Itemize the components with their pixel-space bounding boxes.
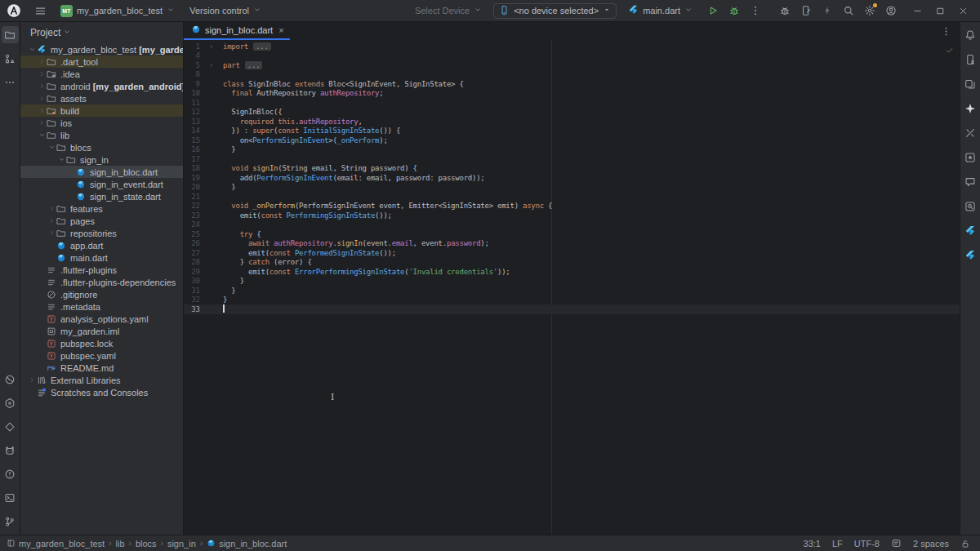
- tree-item-pages[interactable]: pages: [20, 215, 183, 227]
- line-ending[interactable]: LF: [832, 539, 843, 549]
- code-line-27[interactable]: 27 emit(const PerformedSignInState());: [184, 248, 960, 258]
- chevron-collapsed-icon[interactable]: [47, 205, 56, 212]
- code-line-1[interactable]: 1import ...: [184, 42, 960, 51]
- close-icon[interactable]: [954, 2, 972, 20]
- maximize-icon[interactable]: [931, 2, 949, 20]
- minimize-icon[interactable]: [908, 2, 926, 20]
- apply-changes-icon[interactable]: [818, 2, 836, 20]
- more-tool-windows-icon[interactable]: [2, 73, 19, 91]
- code-line-15[interactable]: 15 on<PerformSignInEvent>(_onPerform);: [184, 136, 960, 145]
- chevron-collapsed-icon[interactable]: [27, 376, 37, 384]
- code-line-32[interactable]: 32}: [184, 295, 960, 305]
- chevron-expanded-icon[interactable]: [56, 156, 66, 163]
- dart-analysis-icon[interactable]: [2, 371, 19, 388]
- search-everywhere-icon[interactable]: [840, 2, 858, 20]
- tree-item-sign-in-bloc-dart[interactable]: sign_in_bloc.dart: [20, 166, 183, 178]
- run-more-options-icon[interactable]: [746, 2, 764, 20]
- tree-item--gitignore[interactable]: .gitignore: [20, 288, 183, 300]
- code-line-20[interactable]: 20 }: [184, 183, 960, 193]
- code-line-5[interactable]: 5part ...: [184, 60, 960, 70]
- code-line-30[interactable]: 30 }: [184, 277, 960, 287]
- code-line-24[interactable]: 24: [184, 220, 960, 230]
- chevron-collapsed-icon[interactable]: [37, 58, 47, 65]
- tree-item-build[interactable]: build: [20, 104, 183, 117]
- tree-item--dart-tool[interactable]: .dart_tool: [20, 56, 183, 68]
- code-line-11[interactable]: 11: [184, 98, 960, 108]
- app-quality-insights-icon[interactable]: [2, 394, 19, 411]
- tree-item--metadata[interactable]: .metadata: [20, 300, 183, 313]
- account-icon[interactable]: [882, 2, 900, 20]
- tree-item-repositories[interactable]: repositories: [20, 227, 183, 239]
- code-line-14[interactable]: 14 }) : super(const InitialSignInState()…: [184, 127, 960, 136]
- flutter-performance-icon[interactable]: [2, 418, 19, 435]
- file-encoding[interactable]: UTF-8: [854, 539, 880, 549]
- tree-item-sign-in[interactable]: sign_in: [20, 153, 183, 166]
- tree-item--idea[interactable]: .idea: [20, 68, 183, 80]
- version-control-widget[interactable]: Version control: [186, 4, 265, 17]
- code-line-29[interactable]: 29 emit(const ErrorPerformingSignInState…: [184, 267, 960, 277]
- tree-item-my-garden-iml[interactable]: my_garden.iml: [20, 325, 183, 337]
- code-line-18[interactable]: 18 void signIn(String email, String pass…: [184, 164, 960, 174]
- running-devices-icon[interactable]: [962, 75, 979, 92]
- problems-icon[interactable]: [2, 465, 19, 482]
- code-line-10[interactable]: 10 final AuthRepository authRepository;: [184, 89, 960, 99]
- chevron-expanded-icon[interactable]: [37, 131, 47, 139]
- android-studio-logo-icon[interactable]: [5, 2, 23, 20]
- app-inspection-icon[interactable]: [962, 124, 979, 141]
- tree-item-main-dart[interactable]: main.dart: [20, 251, 183, 264]
- code-line-21[interactable]: 21: [184, 192, 960, 202]
- project-icon[interactable]: [2, 26, 19, 43]
- tab-sign-in-bloc[interactable]: sign_in_bloc.dart ×: [184, 22, 290, 40]
- device-manager-icon[interactable]: [962, 51, 979, 68]
- fold-collapsed-icon[interactable]: [200, 62, 223, 69]
- whats-new-icon[interactable]: [962, 149, 979, 166]
- flutter-outline-icon[interactable]: [962, 222, 979, 239]
- code-line-16[interactable]: 16 }: [184, 145, 960, 155]
- chevron-collapsed-icon[interactable]: [37, 95, 47, 102]
- chevron-expanded-icon[interactable]: [47, 144, 56, 151]
- select-device-widget[interactable]: Select Device: [412, 4, 485, 17]
- code-line-22[interactable]: 22 void _onPerform(PerformSignInEvent ev…: [184, 202, 960, 211]
- tree-item-lib[interactable]: lib: [20, 129, 183, 141]
- project-widget[interactable]: MT my_garden_bloc_test: [57, 3, 178, 19]
- breadcrumb-item[interactable]: sign_in: [167, 539, 196, 549]
- tree-item-blocs[interactable]: blocs: [20, 141, 183, 153]
- breadcrumb-item[interactable]: blocs: [136, 539, 157, 549]
- breadcrumb-item[interactable]: sign_in_bloc.dart: [207, 539, 287, 549]
- chevron-collapsed-icon[interactable]: [37, 70, 47, 78]
- code-line-25[interactable]: 25 try {: [184, 229, 960, 239]
- chevron-collapsed-icon[interactable]: [37, 82, 47, 90]
- code-line-26[interactable]: 26 await authRepository.signIn(event.ema…: [184, 239, 960, 249]
- chevron-collapsed-icon[interactable]: [37, 107, 47, 114]
- tree-item-scratches-and-consoles[interactable]: Scratches and Consoles: [20, 386, 183, 398]
- tree-item--flutter-plugins[interactable]: .flutter-plugins: [20, 264, 183, 276]
- run-icon[interactable]: [704, 2, 722, 20]
- debug-icon[interactable]: [725, 2, 743, 20]
- chevron-expanded-icon[interactable]: [27, 46, 37, 53]
- tree-item-sign-in-event-dart[interactable]: sign_in_event.dart: [20, 178, 183, 190]
- tree-item-features[interactable]: features: [20, 202, 183, 215]
- editor-options-icon[interactable]: [937, 22, 955, 40]
- code-line-9[interactable]: 9class SignInBloc extends Bloc<SignInEve…: [184, 79, 960, 89]
- code-line-17[interactable]: 17: [184, 154, 960, 164]
- terminal-icon[interactable]: [2, 489, 19, 506]
- reader-mode-icon[interactable]: [891, 538, 902, 549]
- chevron-collapsed-icon[interactable]: [37, 119, 47, 127]
- code-line-31[interactable]: 31 }: [184, 286, 960, 295]
- main-menu-icon[interactable]: [31, 2, 49, 20]
- tree-item-assets[interactable]: assets: [20, 92, 183, 104]
- code-editor[interactable]: I 1import ...45part ...89class SignInBlo…: [184, 40, 960, 535]
- chat-icon[interactable]: [962, 173, 979, 190]
- gemini-icon[interactable]: [962, 100, 979, 117]
- attach-debugger-icon[interactable]: [776, 2, 794, 20]
- code-line-23[interactable]: 23 emit(const PerformingSignInState());: [184, 211, 960, 220]
- device-selector[interactable]: <no device selected>: [493, 3, 617, 19]
- code-line-33[interactable]: 33: [184, 304, 960, 314]
- lock-open-icon[interactable]: [960, 539, 970, 549]
- chevron-collapsed-icon[interactable]: [47, 229, 56, 237]
- code-line-12[interactable]: 12 SignInBloc({: [184, 108, 960, 118]
- logcat-icon[interactable]: [2, 442, 19, 459]
- tree-item-ios[interactable]: ios: [20, 117, 183, 129]
- breadcrumb-item[interactable]: my_garden_bloc_test: [7, 539, 105, 549]
- tree-item-app-dart[interactable]: app.dart: [20, 239, 183, 251]
